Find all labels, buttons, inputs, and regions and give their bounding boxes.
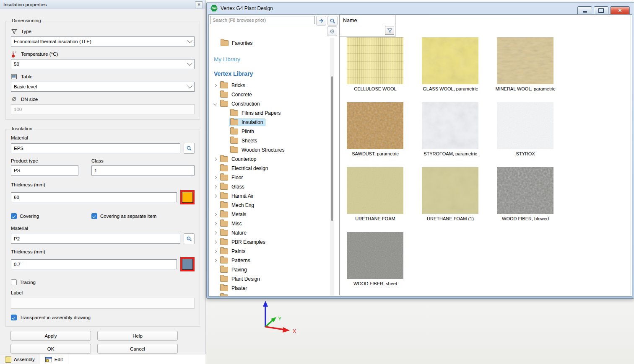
material-tile[interactable]: URETHANE FOAM (1): [422, 167, 479, 232]
maximize-button[interactable]: [594, 6, 608, 15]
ok-button[interactable]: OK: [10, 344, 91, 354]
tree-item-floor[interactable]: Floor: [211, 173, 329, 182]
search-input[interactable]: [210, 16, 315, 24]
tree-item-paints[interactable]: Paints: [211, 247, 329, 256]
my-library-heading[interactable]: My Library: [214, 56, 329, 62]
tree-item-patterns[interactable]: Patterns: [211, 256, 329, 265]
close-button[interactable]: ✕: [610, 6, 630, 15]
tree-scrollbar-thumb[interactable]: [331, 76, 333, 221]
material-thumbnail[interactable]: [347, 232, 403, 279]
tree-item-plant-design[interactable]: Plant Design: [211, 274, 329, 284]
tree-item-paving[interactable]: Paving: [211, 265, 329, 274]
chevron-right-icon[interactable]: [213, 231, 217, 235]
material-tile[interactable]: CELLULOSE WOOL: [347, 37, 404, 102]
covering-thickness-field[interactable]: 0.7: [11, 259, 177, 269]
tree-item-countertop[interactable]: Countertop: [211, 155, 329, 164]
chevron-right-icon[interactable]: [213, 157, 217, 161]
chevron-right-icon[interactable]: [213, 213, 217, 216]
material-thumbnail[interactable]: [497, 167, 553, 214]
material-thumbnail[interactable]: [422, 102, 478, 149]
chevron-right-icon[interactable]: [213, 222, 217, 225]
cancel-button[interactable]: Cancel: [97, 344, 178, 354]
table-dropdown[interactable]: Basic level: [11, 82, 195, 92]
material-tile[interactable]: MINERAL WOOL, parametric: [497, 37, 554, 102]
folder-icon: [220, 212, 228, 217]
tab-edit[interactable]: Edit: [40, 354, 68, 364]
column-filter-button[interactable]: [385, 26, 394, 35]
temperature-dropdown[interactable]: 50: [11, 59, 195, 69]
apply-button[interactable]: Apply: [10, 331, 91, 341]
tree-item-partial[interactable]: [211, 293, 329, 296]
tree-item-misc[interactable]: Misc: [211, 219, 329, 228]
insulation-thickness-field[interactable]: 60: [11, 192, 177, 202]
product-type-field[interactable]: PS: [11, 165, 78, 176]
chevron-right-icon[interactable]: [213, 176, 217, 179]
vertex-library-heading[interactable]: Vertex Library: [214, 70, 329, 77]
tree-item-construction[interactable]: Construction: [211, 99, 329, 108]
tree-item-metals[interactable]: Metals: [211, 210, 329, 219]
material-thumbnail[interactable]: [347, 167, 403, 214]
type-label: Type: [21, 29, 31, 34]
material-tile[interactable]: URETHANE FOAM: [347, 167, 404, 232]
minimize-button[interactable]: [577, 6, 592, 15]
magnifier-icon: [186, 236, 192, 242]
material-tile[interactable]: WOOD FIBER, sheet: [347, 232, 404, 297]
class-field[interactable]: 1: [91, 165, 195, 176]
material-tile[interactable]: WOOD FIBER, blowed: [497, 167, 554, 232]
material-thumbnail[interactable]: [497, 102, 553, 149]
window-titlebar[interactable]: Plant Vertex G4 Plant Design: [207, 3, 634, 14]
chevron-right-icon[interactable]: [213, 185, 217, 188]
insulation-color-swatch[interactable]: [180, 190, 195, 204]
name-column-header[interactable]: Name: [340, 15, 396, 36]
tracing-checkbox[interactable]: [11, 279, 17, 285]
transparent-checkbox[interactable]: [11, 315, 17, 320]
settings-button[interactable]: ⚙: [327, 26, 337, 36]
material-tile[interactable]: GLASS WOOL, parametric: [422, 37, 479, 102]
chevron-right-icon[interactable]: [213, 259, 217, 262]
material-thumbnail[interactable]: [347, 37, 403, 84]
material-tile[interactable]: STYROX: [497, 102, 554, 167]
material-name: GLASS WOOL, parametric: [423, 86, 478, 91]
chevron-right-icon[interactable]: [213, 84, 217, 87]
tree-item-plaster[interactable]: Plaster: [211, 284, 329, 293]
tree-scrollbar[interactable]: [330, 38, 334, 296]
chevron-down-icon[interactable]: [213, 102, 217, 106]
covering-color-swatch[interactable]: [180, 257, 195, 271]
covering-checkbox[interactable]: [11, 213, 17, 219]
chevron-right-icon[interactable]: [213, 240, 217, 244]
tree-item-mech-eng[interactable]: Mech Eng: [211, 201, 329, 210]
material-search-button[interactable]: [184, 143, 195, 154]
tree-item-favorites[interactable]: Favorites: [221, 39, 329, 48]
tree-item-films-and-papers[interactable]: Films and Papers: [211, 108, 329, 118]
dialog-titlebar[interactable]: Insulation properties ✕: [0, 0, 205, 9]
material-thumbnail[interactable]: [497, 37, 553, 84]
tree-item-electrical-design[interactable]: Electrical design: [211, 164, 329, 173]
close-icon[interactable]: ✕: [195, 1, 203, 8]
help-button[interactable]: Help: [97, 331, 178, 341]
covering-material-field[interactable]: P2: [11, 234, 180, 244]
type-dropdown[interactable]: Economical thermal insulation (TLE): [11, 36, 195, 46]
material-thumbnail[interactable]: [422, 37, 478, 84]
tree-item-insulation[interactable]: Insulation: [211, 118, 329, 127]
insulation-material-field[interactable]: EPS: [11, 143, 180, 153]
covering-material-search-button[interactable]: [184, 233, 195, 244]
chevron-right-icon[interactable]: [213, 250, 217, 253]
tree-item-concrete[interactable]: Concrete: [211, 90, 329, 99]
tree-item-sheets[interactable]: Sheets: [211, 136, 329, 145]
material-thumbnail[interactable]: [422, 167, 478, 214]
tree-item-plinth[interactable]: Plinth: [211, 127, 329, 136]
tree-item-nature[interactable]: Nature: [211, 228, 329, 238]
covering-separate-checkbox[interactable]: [91, 213, 97, 219]
tree-item-bricks[interactable]: Bricks: [211, 81, 329, 90]
go-search-button[interactable]: [316, 16, 326, 26]
chevron-right-icon[interactable]: [213, 194, 217, 198]
material-tile[interactable]: SAWDUST, parametric: [347, 102, 404, 167]
tree-item-harma-air[interactable]: Härmä Air: [211, 191, 329, 201]
tree-item-wooden-structures[interactable]: Wooden Structures: [211, 145, 329, 155]
search-button[interactable]: [327, 16, 338, 26]
tree-item-pbr-examples[interactable]: PBR Examples: [211, 238, 329, 247]
tree-item-glass[interactable]: Glass: [211, 182, 329, 191]
material-tile[interactable]: STYROFOAM, parametric: [422, 102, 479, 167]
material-thumbnail[interactable]: [347, 102, 403, 149]
tab-assembly[interactable]: Assembly: [0, 354, 40, 364]
